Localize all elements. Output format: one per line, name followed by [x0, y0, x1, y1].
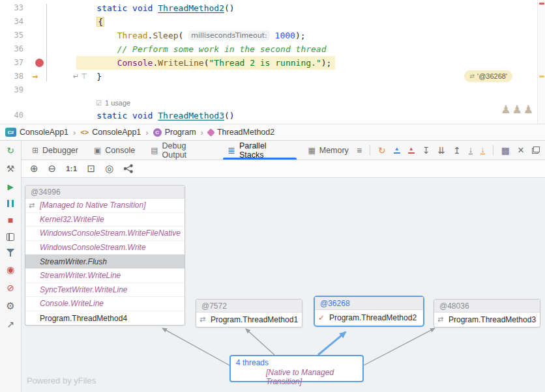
- zoom-out-icon[interactable]: ⊖: [48, 163, 57, 175]
- thread-group-subtitle: [Native to Managed Transition]: [266, 368, 357, 386]
- center-content-icon[interactable]: ◎: [105, 163, 113, 175]
- stack-frame-label: Program.ThreadMethod2: [329, 313, 417, 322]
- debugger-tab-icon: ⊞: [32, 146, 38, 155]
- code-text[interactable]: // Perform some work in the second threa…: [50, 42, 537, 56]
- stack-frame[interactable]: ✓Program.ThreadMethod2: [315, 310, 423, 326]
- editor-line[interactable]: 37 Console.WriteLine("Thread 2 is runnin…: [0, 56, 537, 70]
- editor-line[interactable]: 36 // Perform some work in the second th…: [0, 42, 537, 56]
- code-text[interactable]: [50, 83, 537, 97]
- rerun-debug-icon[interactable]: ↻: [7, 145, 14, 156]
- stack-frame[interactable]: ⇄Program.ThreadMethod3: [434, 313, 540, 327]
- thread-node-34996[interactable]: @34996⇄[Managed to Native Transition]Ker…: [25, 185, 185, 326]
- thread-node-header[interactable]: @34996: [25, 186, 184, 199]
- stack-frame[interactable]: StreamWriter.WriteLine: [25, 269, 184, 283]
- breadcrumb-item[interactable]: CProgram: [153, 128, 196, 137]
- editor-line[interactable]: 38→ }↵⊤⇄'@36268': [0, 70, 537, 83]
- editor-line[interactable]: 40 static void ThreadMethod3(): [0, 109, 537, 122]
- editor-line[interactable]: ☑1 usage: [0, 97, 537, 109]
- threads-view-icon[interactable]: ▦: [501, 146, 510, 155]
- code-token: 1000: [275, 31, 295, 40]
- view-breakpoints-icon[interactable]: ◉: [7, 264, 14, 275]
- step-into-icon[interactable]: ↧: [422, 146, 430, 155]
- editor-gutter[interactable]: [30, 83, 50, 97]
- code-text[interactable]: Thread.Sleep( millisecondsTimeout: 1000)…: [50, 29, 537, 42]
- stack-transition-icon: ⇄: [29, 201, 35, 210]
- stack-frame[interactable]: Program.ThreadMethod4: [25, 311, 184, 326]
- force-run-to-cursor-icon[interactable]: ↓: [480, 146, 485, 154]
- usages-icon[interactable]: ☑: [96, 100, 102, 107]
- code-text[interactable]: Console.WriteLine("Thread 2 is running."…: [50, 56, 537, 70]
- stack-frame[interactable]: Kernel32.WriteFile: [25, 213, 184, 227]
- fit-content-icon[interactable]: ⊡: [87, 163, 96, 175]
- rerun-icon[interactable]: ↻: [378, 146, 386, 155]
- zoom-in-icon[interactable]: ⊕: [30, 163, 38, 175]
- tab-memory[interactable]: ▦Memory: [300, 141, 357, 160]
- tab-console[interactable]: ▣Console: [86, 141, 143, 160]
- thread-tag: ⇄'@36268': [464, 70, 512, 82]
- restore-window-icon[interactable]: [532, 147, 540, 154]
- stack-frame[interactable]: SyncTextWriter.WriteLine: [25, 283, 184, 298]
- step-out-icon[interactable]: ↥: [453, 146, 461, 155]
- editor-scrollbar[interactable]: [537, 0, 545, 124]
- parallel-stacks-canvas[interactable]: @34996⇄[Managed to Native Transition]Ker…: [22, 178, 545, 392]
- stack-frame[interactable]: WindowsConsoleStream.WriteFileNative: [25, 227, 184, 241]
- code-token: 1 usage: [105, 99, 130, 107]
- breadcrumb-item[interactable]: C#ConsoleApp1: [5, 128, 68, 137]
- stack-frame[interactable]: StreamWriter.Flush: [25, 255, 184, 269]
- thread-group-title: 4 threads: [236, 358, 357, 367]
- code-text[interactable]: {: [50, 15, 537, 29]
- code-token: static: [96, 111, 127, 120]
- settings-icon[interactable]: ⚙: [6, 301, 14, 311]
- editor-line[interactable]: 33 static void ThreadMethod2(): [0, 1, 537, 15]
- thread-node-36268[interactable]: @36268✓Program.ThreadMethod2: [314, 296, 424, 327]
- pin-icon[interactable]: ↗: [7, 319, 14, 329]
- breadcrumb-separator: ›: [73, 128, 76, 137]
- stack-frame[interactable]: ⇄Program.ThreadMethod1: [196, 313, 302, 327]
- editor-line[interactable]: 39: [0, 83, 537, 97]
- editor-gutter[interactable]: [30, 109, 50, 122]
- hot-reload-icon[interactable]: ▲: [394, 147, 400, 154]
- line-number: 38: [0, 70, 30, 83]
- stack-frame[interactable]: Console.WriteLine: [25, 297, 184, 311]
- smart-step-into-icon[interactable]: ⇊: [437, 146, 445, 155]
- code-token: [76, 44, 117, 54]
- thread-node-48036[interactable]: @48036⇄Program.ThreadMethod3: [434, 299, 540, 328]
- code-editor[interactable]: 33 static void ThreadMethod2()34 {35 Thr…: [0, 0, 545, 124]
- actual-size-icon[interactable]: 1:1: [66, 165, 77, 173]
- code-text[interactable]: }↵⊤⇄'@36268': [50, 70, 537, 83]
- code-text[interactable]: static void ThreadMethod2(): [50, 1, 537, 15]
- code-text[interactable]: ☑1 usage: [50, 97, 537, 109]
- editor-line[interactable]: 35 Thread.Sleep( millisecondsTimeout: 10…: [0, 29, 537, 42]
- mute-breakpoints-icon[interactable]: ⊘: [7, 283, 14, 293]
- tab-parallel-stacks[interactable]: ≣Parallel Stacks: [220, 141, 300, 160]
- method-icon: [207, 128, 215, 137]
- restore-layout-icon[interactable]: [7, 233, 14, 241]
- editor-gutter[interactable]: [30, 97, 50, 109]
- line-number: 37: [0, 56, 30, 70]
- breadcrumb-item[interactable]: <>ConsoleApp1: [80, 128, 141, 137]
- pause-icon[interactable]: [7, 200, 14, 207]
- graph-overview-icon[interactable]: [123, 164, 134, 173]
- thread-node-header[interactable]: @36268: [315, 297, 423, 310]
- breakpoint-icon[interactable]: [35, 59, 44, 67]
- filter-icon[interactable]: [7, 249, 15, 257]
- line-number: 33: [0, 1, 30, 15]
- thread-group-node[interactable]: 4 threads [Native to Managed Transition]: [229, 355, 364, 382]
- breadcrumb-item[interactable]: ThreadMethod2: [208, 128, 274, 137]
- editor-line[interactable]: 34 {: [0, 15, 537, 29]
- close-icon[interactable]: ×: [518, 146, 524, 155]
- thread-node-header[interactable]: @48036: [434, 300, 540, 313]
- stack-frame[interactable]: ⇄[Managed to Native Transition]: [25, 199, 184, 213]
- tab-debug-output[interactable]: ▤Debug Output: [143, 141, 220, 160]
- stop-icon[interactable]: ■: [8, 215, 13, 225]
- stack-frame[interactable]: WindowsConsoleStream.Write: [25, 241, 184, 255]
- run-to-cursor-icon[interactable]: ↓: [469, 146, 473, 154]
- tab-debugger[interactable]: ⊞Debugger: [24, 141, 86, 160]
- layout-settings-icon[interactable]: ≡: [357, 146, 362, 155]
- code-text[interactable]: static void ThreadMethod3(): [50, 109, 537, 122]
- resume-icon[interactable]: ▶: [7, 182, 13, 192]
- edit-configuration-icon[interactable]: ⚒: [7, 163, 15, 174]
- thread-node-header[interactable]: @7572: [196, 300, 302, 313]
- thread-node-7572[interactable]: @7572⇄Program.ThreadMethod1: [196, 299, 302, 328]
- apply-changes-icon[interactable]: ▲: [408, 147, 415, 154]
